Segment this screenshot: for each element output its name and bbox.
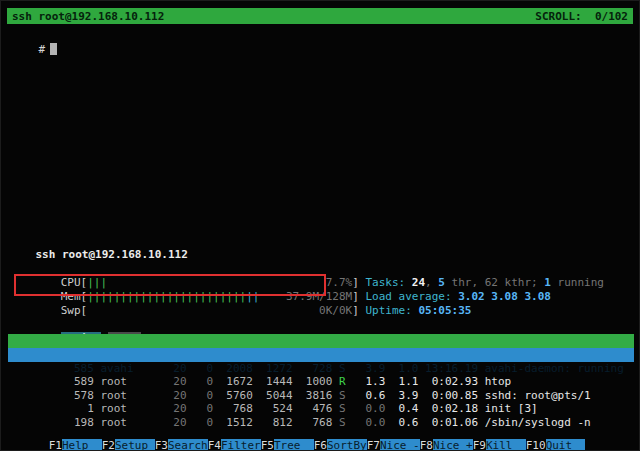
table-row[interactable]: 1 root 20 0 768 524 476 S 0.0 0.4 0:02.1… (8, 389, 634, 403)
uptime-value: 05:05:35 (418, 304, 471, 317)
table-row[interactable]: 589 root 20 0 1672 1444 1000 R 1.3 1.1 0… (8, 362, 634, 376)
function-key-bar: F1Help F2Setup F3SearchF4FilterF5Tree F6… (8, 425, 634, 439)
swap-meter-line: Swp[ 0K/0K] Uptime: 05:05:35 (8, 290, 634, 304)
shell-prompt: # (39, 43, 46, 56)
table-row[interactable]: 578 root 20 0 5760 5044 3816 S 0.6 3.9 0… (8, 375, 634, 389)
swap-meter-label: Swp[ (61, 304, 88, 317)
top-terminal-title: ssh root@192.168.10.112 (12, 10, 164, 23)
swap-meter-pad (87, 304, 319, 317)
table-row[interactable]: 198 root 20 0 1512 812 768 S 0.0 0.6 0:0… (8, 402, 634, 416)
screenshot-root: ssh root@192.168.10.112 SCROLL: 0/102 # … (0, 0, 640, 451)
process-table-header: PID USER PRI NI VIRT RES SHR S CPU%▽MEM%… (8, 334, 634, 348)
top-terminal-titlebar: ssh root@192.168.10.112 SCROLL: 0/102 (7, 8, 633, 24)
terminal-cursor (50, 43, 57, 55)
scroll-indicator: SCROLL: 0/102 (535, 10, 628, 23)
fkey-filter[interactable]: F4Filter (208, 439, 261, 451)
cpu-meter-line: CPU[||| 7.7%] Tasks: 24, 5 thr, 62 kthr;… (8, 262, 634, 276)
uptime-label: Uptime: (359, 304, 419, 317)
fkey-kill[interactable]: F9Kill (473, 439, 526, 451)
fkey-help[interactable]: F1Help (49, 439, 102, 451)
fkey-setup[interactable]: F2Setup (102, 439, 155, 451)
fkey-quit[interactable]: F10Quit (526, 439, 586, 451)
mem-meter-line: Mem[|||||||||||||||||||||||||| 37.9M/128… (8, 276, 634, 290)
table-row[interactable]: 585 avahi 20 0 2008 1272 728 S 3.9 1.0 1… (8, 348, 634, 362)
shell-prompt-line[interactable]: # (12, 30, 57, 69)
fkey-search[interactable]: F3Search (155, 439, 208, 451)
bottom-terminal-title: ssh root@192.168.10.112 (36, 248, 188, 261)
fkey-sortby[interactable]: F6SortBy (314, 439, 367, 451)
fkey-nice-plus[interactable]: F8Nice + (420, 439, 473, 451)
swap-meter-bracket: ] (352, 304, 359, 317)
swap-meter-value: 0K/0K (319, 304, 352, 317)
fkey-tree[interactable]: F5Tree (261, 439, 314, 451)
fkey-nice-minus[interactable]: F7Nice - (367, 439, 420, 451)
htop-tabs: Main I/O (8, 318, 634, 332)
